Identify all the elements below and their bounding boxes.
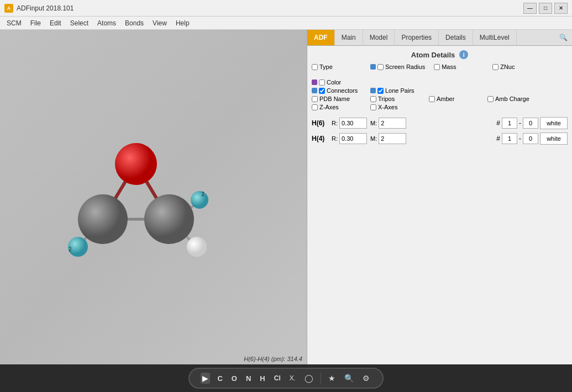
molecule-panel[interactable]: 1 2 (0, 30, 307, 364)
cb-tripos: Tripos (370, 96, 420, 102)
h6-hash-symbol: # (496, 119, 500, 127)
z-axes-label: Z-Axes (319, 104, 339, 110)
pdb-name-label: PDB Name (319, 96, 350, 102)
h4-minus-symbol: - (519, 135, 521, 142)
menu-select[interactable]: Select (66, 18, 93, 28)
type-checkbox[interactable] (312, 64, 318, 70)
h4-r-input[interactable] (339, 133, 367, 144)
menu-atoms[interactable]: Atoms (93, 18, 120, 28)
tool-pill: ▶ C O N H Cl X. ◯ ★ 🔍 ⚙ (188, 368, 383, 389)
h6-zero-input[interactable] (523, 118, 538, 129)
close-button[interactable]: ✕ (554, 3, 568, 14)
atom-row-h4: H(4) R: M: # - white (312, 133, 568, 145)
mass-checkbox[interactable] (434, 64, 440, 70)
checkbox-row-1: Type Screen Radius Mass ZNuc (312, 63, 568, 86)
type-label: Type (319, 63, 333, 70)
amb-charge-checkbox[interactable] (487, 96, 494, 102)
z-axes-checkbox[interactable] (312, 104, 318, 110)
menu-bonds[interactable]: Bonds (120, 18, 148, 28)
svg-point-10 (187, 237, 207, 257)
chlorine-tool[interactable]: Cl (272, 373, 282, 383)
pdb-name-checkbox[interactable] (312, 96, 318, 102)
color-label: Color (327, 79, 341, 86)
lone-pairs-checkbox[interactable] (377, 88, 384, 94)
color-checkbox[interactable] (319, 80, 325, 86)
h6-r-label: R: (332, 120, 338, 126)
search-tool[interactable]: 🔍 (343, 373, 355, 384)
menu-scm[interactable]: SCM (2, 18, 26, 28)
cb-amber: Amber (429, 96, 479, 102)
h4-m-input[interactable] (379, 133, 406, 144)
amber-checkbox[interactable] (429, 96, 435, 102)
cb-pdb-name: PDB Name (312, 96, 361, 102)
h6-r-group: R: (332, 118, 367, 129)
oxygen-tool[interactable]: O (230, 373, 239, 384)
app-icon: A (4, 4, 13, 13)
carbon-tool[interactable]: C (216, 373, 224, 384)
molecule-canvas: 1 2 (0, 30, 307, 364)
x-axes-checkbox[interactable] (370, 104, 376, 110)
znuc-checkbox[interactable] (492, 64, 498, 70)
cb-x-axes: X-Axes (370, 104, 420, 110)
tripos-label: Tripos (378, 96, 395, 102)
svg-point-6 (115, 143, 157, 185)
search-tab[interactable]: 🔍 (555, 31, 572, 44)
star-tool[interactable]: ★ (327, 373, 337, 384)
x-axes-label: X-Axes (378, 104, 397, 110)
h6-num-input[interactable] (502, 118, 517, 129)
menu-edit[interactable]: Edit (45, 18, 66, 28)
h4-r-label: R: (332, 135, 338, 142)
connectors-checkbox[interactable] (319, 88, 325, 94)
x-element-tool[interactable]: X. (288, 373, 297, 383)
tripos-checkbox[interactable] (370, 96, 376, 102)
select-tool[interactable]: ▶ (201, 373, 210, 384)
minimize-button[interactable]: — (523, 3, 537, 14)
atom-row-h6: H(6) R: M: # - white (312, 117, 568, 129)
h4-m-label: M: (370, 135, 377, 142)
h6-color-button[interactable]: white (540, 117, 568, 129)
h6-hash-group: # - white (496, 117, 568, 129)
main-layout: 1 2 (0, 30, 572, 364)
cb-screen-radius: Screen Radius (370, 63, 425, 70)
checkbox-row-4: Z-Axes X-Axes (312, 104, 568, 110)
cb-z-axes: Z-Axes (312, 104, 361, 110)
settings-tool[interactable]: ⚙ (361, 373, 371, 384)
nitrogen-tool[interactable]: N (244, 373, 253, 384)
h4-num-input[interactable] (502, 133, 517, 144)
h4-r-group: R: (332, 133, 367, 144)
checkbox-row-2: Connectors Lone Pairs (312, 87, 568, 94)
tab-properties[interactable]: Properties (395, 30, 439, 45)
screen-radius-checkbox[interactable] (377, 64, 384, 70)
h4-hash-group: # - white (496, 133, 568, 145)
atom-h4-label: H(4) (312, 135, 328, 142)
title-bar: A ADFinput 2018.101 — □ ✕ (0, 0, 572, 17)
cb-znuc: ZNuc (492, 63, 542, 70)
h6-r-input[interactable] (339, 118, 367, 129)
tab-multilevel[interactable]: MultiLevel (473, 30, 517, 45)
hydrogen-tool[interactable]: H (258, 373, 266, 384)
tab-model[interactable]: Model (363, 30, 395, 45)
tab-main[interactable]: Main (335, 30, 363, 45)
info-icon[interactable]: i (459, 50, 468, 59)
mass-label: Mass (442, 63, 456, 70)
cb-connectors: Connectors (312, 87, 361, 94)
svg-point-11 (191, 191, 208, 209)
h4-color-button[interactable]: white (540, 133, 568, 145)
screen-radius-label: Screen Radius (385, 63, 425, 70)
bottom-toolbar: ▶ C O N H Cl X. ◯ ★ 🔍 ⚙ (0, 364, 572, 392)
h4-zero-input[interactable] (523, 133, 538, 144)
h6-m-input[interactable] (379, 118, 406, 129)
cb-color: Color (312, 79, 361, 86)
h6-m-label: M: (370, 120, 377, 126)
checkbox-row-3: PDB Name Tripos Amber Amb Charge (312, 96, 568, 102)
tab-adf[interactable]: ADF (307, 30, 335, 45)
menu-file[interactable]: File (26, 18, 45, 28)
menu-view[interactable]: View (148, 18, 171, 28)
molecule-svg: 1 2 (48, 114, 224, 280)
svg-text:1: 1 (201, 190, 204, 197)
tab-details[interactable]: Details (439, 30, 473, 45)
maximize-button[interactable]: □ (539, 3, 552, 14)
ring-tool[interactable]: ◯ (303, 373, 315, 384)
menu-help[interactable]: Help (171, 18, 194, 28)
h6-minus-symbol: - (519, 119, 521, 127)
